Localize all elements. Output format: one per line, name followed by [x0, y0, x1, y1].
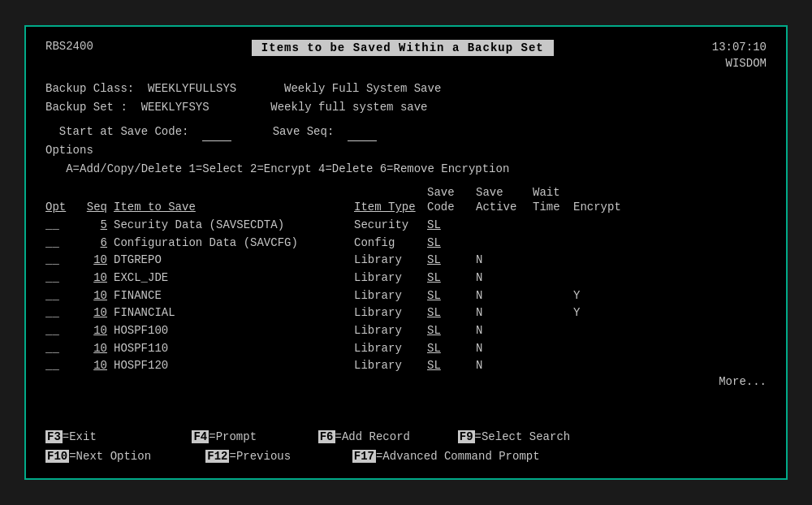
table-row: __ 5 Security Data (SAVSECDTA) Security … — [45, 217, 767, 235]
options-label: Options — [45, 144, 93, 157]
save-code-input[interactable] — [202, 123, 231, 141]
function-keys-section: F3=Exit F4=Prompt F6=Add Record F9=Selec… — [45, 428, 767, 467]
table-row: __ 6 Configuration Data (SAVCFG) Config … — [45, 235, 767, 252]
row-active: N — [476, 304, 533, 322]
table-row: __ 10 DTGREPO Library SL N — [45, 252, 767, 270]
row-item: HOSPF120 — [110, 357, 354, 375]
row-active: N — [476, 357, 533, 375]
row-opt[interactable]: __ — [45, 340, 68, 358]
start-save-label: Start at Save Code: — [59, 125, 189, 138]
f9-key[interactable]: F9 — [458, 430, 475, 443]
row-type: Library — [354, 270, 427, 287]
row-opt[interactable]: __ — [45, 304, 68, 322]
row-seq: 10 — [68, 270, 110, 287]
row-encrypt: Y — [573, 304, 630, 322]
row-active: N — [476, 252, 533, 270]
col-seq-header: Seq — [68, 199, 110, 217]
f12-key[interactable]: F12 — [205, 450, 229, 463]
col-item-header: Item to Save — [110, 199, 354, 217]
backup-set-value: WEEKLYFSYS — [141, 101, 209, 114]
f12-label: =Previous — [229, 450, 291, 463]
row-seq: 10 — [68, 252, 110, 270]
f4-label: =Prompt — [209, 430, 257, 443]
fkey-row-1: F3=Exit F4=Prompt F6=Add Record F9=Selec… — [45, 428, 767, 447]
row-item: Security Data (SAVSECDTA) — [110, 217, 354, 235]
row-item: HOSPF100 — [110, 322, 354, 340]
row-item: HOSPF110 — [110, 340, 354, 358]
save-seq-input[interactable] — [348, 123, 377, 141]
row-opt[interactable]: __ — [45, 270, 68, 287]
data-table: Save Save Wait Opt Seq Item to Save Item… — [45, 186, 767, 388]
backup-set-desc: Weekly full system save — [270, 101, 427, 114]
f6-key[interactable]: F6 — [318, 430, 335, 443]
options-label-row: Options — [45, 141, 767, 159]
row-opt[interactable]: __ — [45, 235, 68, 252]
row-opt[interactable]: __ — [45, 322, 68, 340]
row-code: SL — [427, 304, 476, 322]
f9-label: =Select Search — [475, 430, 571, 443]
row-opt[interactable]: __ — [45, 287, 68, 305]
row-active: N — [476, 340, 533, 358]
row-type: Library — [354, 340, 427, 358]
options-values: A=Add/Copy/Delete 1=Select 2=Encrypt 4=D… — [66, 162, 509, 175]
f3-key[interactable]: F3 — [45, 430, 63, 443]
f4-key[interactable]: F4 — [192, 430, 209, 443]
options-values-row: A=Add/Copy/Delete 1=Select 2=Encrypt 4=D… — [45, 160, 767, 178]
server-name: WISDOM — [712, 56, 767, 72]
row-seq: 10 — [68, 304, 110, 322]
backup-set-label: Backup Set : — [45, 101, 127, 114]
backup-class-desc: Weekly Full System Save — [284, 82, 441, 95]
row-item: EXCL_JDE — [110, 270, 354, 287]
row-opt[interactable]: __ — [45, 252, 68, 270]
f10-key[interactable]: F10 — [45, 450, 69, 463]
row-code: SL — [427, 270, 476, 287]
row-code: SL — [427, 340, 476, 358]
row-active: N — [476, 270, 533, 287]
col-type-header: Item Type — [354, 199, 427, 217]
row-item: FINANCE — [110, 287, 354, 305]
fkey-row-2: F10=Next Option F12=Previous F17=Advance… — [45, 447, 767, 467]
table-row: __ 10 HOSPF110 Library SL N — [45, 340, 767, 358]
col-save-active-label: Save — [476, 186, 533, 199]
row-active: N — [476, 287, 533, 305]
row-type: Library — [354, 357, 427, 375]
row-type: Security — [354, 217, 427, 235]
info-section: Backup Class: WEEKLYFULLSYS Weekly Full … — [45, 80, 767, 116]
col-wait-header: Time — [533, 199, 573, 217]
row-code: SL — [427, 287, 476, 305]
f6-label: =Add Record — [335, 430, 410, 443]
f17-label: =Advanced Command Prompt — [376, 450, 540, 463]
table-row: __ 10 FINANCE Library SL N Y — [45, 287, 767, 305]
row-seq: 10 — [68, 357, 110, 375]
f17-key[interactable]: F17 — [352, 450, 376, 463]
time-block: 13:07:10 WISDOM — [712, 40, 767, 71]
backup-class-value: WEEKLYFULLSYS — [148, 82, 236, 95]
col-active-header: Active — [476, 199, 533, 217]
save-code-row: Start at Save Code: Save Seq: — [45, 123, 767, 141]
row-opt[interactable]: __ — [45, 217, 68, 235]
row-type: Library — [354, 322, 427, 340]
row-seq: 10 — [68, 322, 110, 340]
backup-set-row: Backup Set : WEEKLYFSYS Weekly full syst… — [45, 98, 767, 116]
row-type: Library — [354, 252, 427, 270]
time-display: 13:07:10 — [712, 40, 767, 56]
row-type: Config — [354, 235, 427, 252]
col-opt-header: Opt — [45, 199, 68, 217]
terminal-screen: RBS2400 Items to be Saved Within a Backu… — [24, 25, 788, 480]
row-opt[interactable]: __ — [45, 357, 68, 375]
row-item: FINANCIAL — [110, 304, 354, 322]
row-active: N — [476, 322, 533, 340]
row-code: SL — [427, 217, 476, 235]
save-seq-label: Save Seq: — [273, 125, 335, 138]
row-seq: 6 — [68, 235, 110, 252]
row-code: SL — [427, 322, 476, 340]
row-code: SL — [427, 252, 476, 270]
column-headers: Opt Seq Item to Save Item Type Code Acti… — [45, 199, 767, 217]
row-seq: 5 — [68, 217, 110, 235]
table-row: __ 10 HOSPF120 Library SL N — [45, 357, 767, 375]
col-code-header: Code — [427, 199, 476, 217]
col-wait-label: Wait — [533, 186, 573, 199]
backup-class-row: Backup Class: WEEKLYFULLSYS Weekly Full … — [45, 80, 767, 97]
table-row: __ 10 HOSPF100 Library SL N — [45, 322, 767, 340]
row-type: Library — [354, 304, 427, 322]
